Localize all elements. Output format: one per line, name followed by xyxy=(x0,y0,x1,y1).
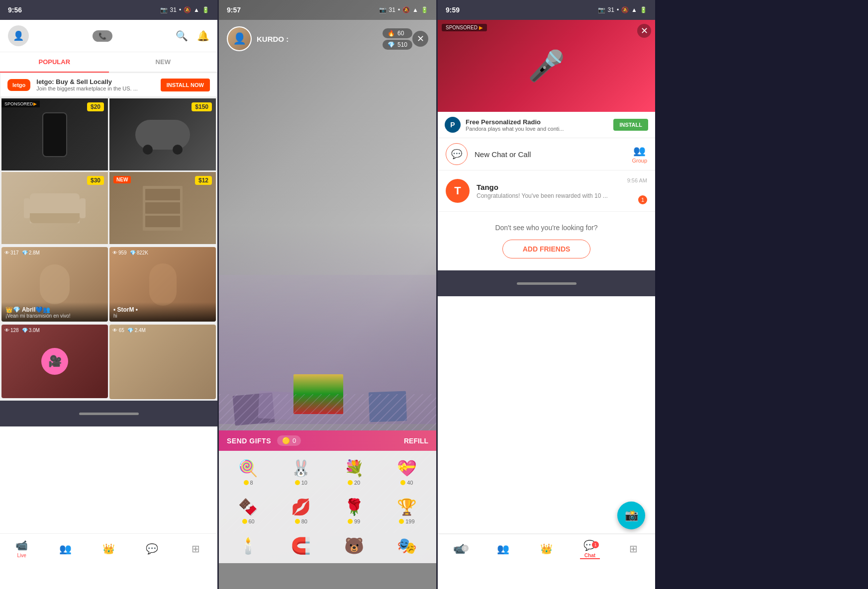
gift-cost-80: 80 xyxy=(295,518,307,524)
wifi-icon-2: ▲ xyxy=(412,6,418,13)
new-chat-label[interactable]: New Chat or Call xyxy=(475,150,625,159)
crown-icon: 👑 xyxy=(102,543,115,555)
diamond-count: 💎 510 xyxy=(383,40,412,50)
send-gifts-btn[interactable]: SEND GIFTS xyxy=(227,437,271,445)
crown-icon-3: 👑 xyxy=(540,543,553,555)
gift-trophy[interactable]: 🏆 199 xyxy=(382,494,432,528)
wifi-icon-3: ▲ xyxy=(631,6,637,13)
new-chat-icon: 💬 xyxy=(446,143,468,165)
group-btn[interactable]: 👥 Group xyxy=(632,145,647,164)
coin-dot-3 xyxy=(348,480,353,485)
live-icon: 📹 xyxy=(15,539,28,551)
video-tile-2[interactable]: 👁 65 💎 2.4M xyxy=(109,325,216,399)
misc-icon: 🎭 xyxy=(397,536,417,555)
notification-icon[interactable]: 🔔 xyxy=(197,30,209,42)
dot-icon: • xyxy=(179,6,181,13)
home-indicator-3[interactable] xyxy=(517,282,577,285)
nav-crown-3[interactable]: 👑 xyxy=(525,543,568,555)
product-phone[interactable]: SPONSORED▶ $20 xyxy=(1,98,108,170)
camera-icon-3: 📷 xyxy=(598,6,605,13)
search-icon[interactable]: 🔍 xyxy=(176,30,188,42)
status-bar-1: 9:56 📷 31 • 🔕 ▲ 🔋 xyxy=(0,0,217,20)
gift-grid-row2: 🍫 60 💋 80 🌹 99 xyxy=(219,494,436,532)
streamer-sub-2: hi xyxy=(113,313,212,319)
heart-icon: 💝 xyxy=(397,459,417,478)
nav-groups[interactable]: 👥 xyxy=(43,543,87,555)
gift-candle[interactable]: 🕯️ xyxy=(223,532,274,559)
bear-icon: 🐻 xyxy=(344,536,364,555)
video-record-btn[interactable]: 🎥 xyxy=(41,348,68,375)
gift-bear[interactable]: 🐻 xyxy=(329,532,380,559)
video-toggle[interactable]: 📞 xyxy=(93,30,112,42)
gift-misc[interactable]: 🎭 xyxy=(382,532,432,559)
ad-close-btn[interactable]: ✕ xyxy=(637,24,651,38)
gift-chocolate[interactable]: 🍫 60 xyxy=(223,494,274,528)
coin-value: 0 xyxy=(292,437,296,444)
coin-dot-8 xyxy=(399,519,404,524)
add-friends-btn[interactable]: ADD FRIENDS xyxy=(502,240,591,258)
refill-btn[interactable]: REFILL xyxy=(404,437,428,445)
home-indicator-1[interactable] xyxy=(79,413,139,415)
install-btn[interactable]: INSTALL NOW xyxy=(161,79,210,91)
time-1: 9:56 xyxy=(8,6,22,14)
nav-grid[interactable]: ⊞ xyxy=(174,543,217,555)
nav-live-3[interactable]: 📹 0 xyxy=(438,543,481,555)
video-tile-1[interactable]: 👁 128 💎 3.0M 🎥 xyxy=(1,325,108,398)
gift-cost-8: 8 xyxy=(244,480,253,486)
gift-rose[interactable]: 🌹 99 xyxy=(329,494,380,528)
fire-count: 🔥 60 xyxy=(383,28,412,38)
product-grid: SPONSORED▶ $20 $150 xyxy=(0,97,217,246)
tab-bar-1: POPULAR NEW xyxy=(0,52,217,73)
nav-messages[interactable]: 💬 xyxy=(130,543,174,555)
product-dresser[interactable]: NEW $12 xyxy=(109,172,216,244)
nav-bar-1 xyxy=(0,401,217,426)
gift-cost-20: 20 xyxy=(348,480,360,486)
lips-icon: 💋 xyxy=(291,498,311,516)
ad-text: letgo: Buy & Sell Locally Join the bigge… xyxy=(36,78,154,91)
user-avatar[interactable]: 👤 xyxy=(8,25,29,46)
camera-icon-2: 📷 xyxy=(379,6,386,13)
product-sofa[interactable]: $30 xyxy=(1,172,108,244)
flowers-icon: 💐 xyxy=(344,459,364,478)
live-item-1[interactable]: 👁 317 💎 2.8M 👑💎 Abril💙👥 ¡Vean mi transmi… xyxy=(1,247,108,322)
gift-horseshoe[interactable]: 🧲 xyxy=(276,532,326,559)
gift-bunny[interactable]: 🐰 10 xyxy=(276,455,326,490)
gift-flowers[interactable]: 💐 20 xyxy=(329,455,380,490)
coin-dot-2 xyxy=(295,480,300,485)
pandora-install-btn[interactable]: INSTALL xyxy=(613,119,648,131)
grid-icon: ⊞ xyxy=(192,543,200,555)
nav-crown[interactable]: 👑 xyxy=(87,543,130,555)
tab-new[interactable]: NEW xyxy=(109,52,218,73)
streamer-name-1: 👑💎 Abril💙👥 xyxy=(5,306,104,313)
phone2-stream: 9:57 📷 31 • 🔕 ▲ 🔋 👤 KURDO : xyxy=(219,0,436,589)
gift-heart[interactable]: 💝 40 xyxy=(382,455,432,490)
tango-chat-row[interactable]: T Tango Congratulations! You've been rew… xyxy=(438,170,655,212)
fab-camera-btn[interactable]: 📸 xyxy=(617,502,645,529)
nav-chat-3[interactable]: 💬 Chat 1 xyxy=(568,539,611,558)
product-car[interactable]: $150 xyxy=(109,98,216,170)
streamer-avatar[interactable]: 👤 xyxy=(227,26,252,51)
coin-dot-6 xyxy=(295,519,300,524)
bell-mute-icon: 🔕 xyxy=(184,6,191,13)
horseshoe-icon: 🧲 xyxy=(291,536,311,555)
gift-lollipop[interactable]: 🍭 8 xyxy=(223,455,274,490)
live-item-2[interactable]: 👁 959 💎 822K • StorM • hi xyxy=(109,247,216,322)
nav-grid-3[interactable]: ⊞ xyxy=(612,543,655,555)
tab-popular[interactable]: POPULAR xyxy=(0,52,109,73)
close-stream-btn[interactable]: ✕ xyxy=(412,31,428,47)
gift-lips[interactable]: 💋 80 xyxy=(276,494,326,528)
battery-icon-3: 🔋 xyxy=(640,6,647,13)
nav-groups-3[interactable]: 👥 xyxy=(481,543,524,555)
date-icon: 31 xyxy=(170,6,177,13)
messages-icon: 💬 xyxy=(146,543,158,555)
fire-icon: 🔥 xyxy=(387,30,395,37)
tango-message: Congratulations! You've been rewarded wi… xyxy=(477,192,620,199)
view-count-1: 👁 317 xyxy=(4,250,19,255)
nav-live[interactable]: 📹 Live xyxy=(0,539,43,558)
pandora-title: Free Personalized Radio xyxy=(466,118,608,126)
stream-user-info: KURDO : xyxy=(257,35,383,43)
bell-mute-icon-3: 🔕 xyxy=(621,6,629,13)
pandora-icon: P xyxy=(445,117,461,133)
wifi-icon: ▲ xyxy=(193,6,199,13)
date-icon-3: 31 xyxy=(608,6,614,13)
